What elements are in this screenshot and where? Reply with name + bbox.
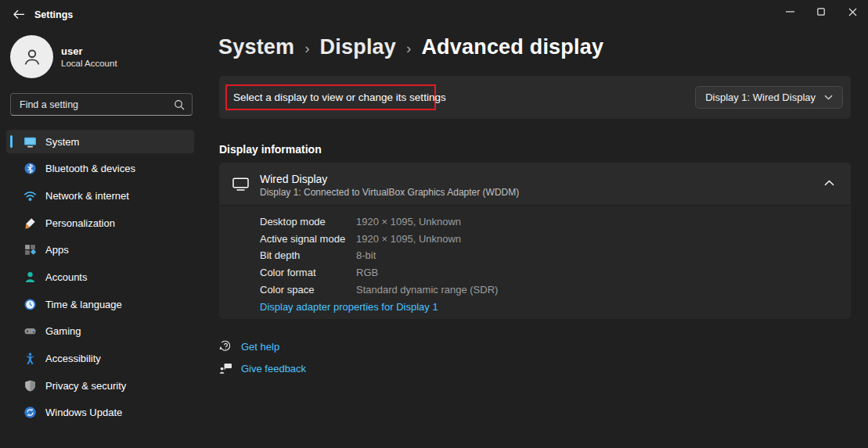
sidebar-item-label: Personalization xyxy=(45,217,115,229)
select-display-card: Select a display to view or change its s… xyxy=(219,76,851,119)
accounts-icon xyxy=(23,271,37,284)
minimize-button[interactable] xyxy=(774,0,805,23)
minimize-icon xyxy=(786,11,794,13)
bluetooth-icon xyxy=(23,162,37,175)
maximize-icon xyxy=(817,8,825,16)
display-adapter-properties-link[interactable]: Display adapter properties for Display 1 xyxy=(260,301,438,313)
accessibility-icon xyxy=(23,352,37,365)
red-annotation-box: Select a display to view or change its s… xyxy=(225,84,436,110)
chevron-down-icon xyxy=(824,95,833,100)
back-arrow-icon xyxy=(13,9,25,20)
sidebar-item-label: Time & language xyxy=(45,299,122,310)
sidebar-item-time-language[interactable]: Time & language xyxy=(6,292,194,316)
expander-header[interactable]: Wired Display Display 1: Connected to Vi… xyxy=(219,163,851,206)
sidebar-nav: System Bluetooth & devices Network & int… xyxy=(6,130,194,428)
info-value: Standard dynamic range (SDR) xyxy=(356,284,498,296)
breadcrumb-display[interactable]: Display xyxy=(320,35,396,59)
sidebar-item-label: Windows Update xyxy=(45,407,122,418)
close-button[interactable] xyxy=(837,0,868,23)
app-title: Settings xyxy=(34,9,73,20)
give-feedback-label: Give feedback xyxy=(241,363,306,375)
page-title: Advanced display xyxy=(421,35,603,59)
info-value: RGB xyxy=(356,267,378,278)
sidebar-item-label: Gaming xyxy=(45,325,81,337)
system-icon xyxy=(23,135,37,149)
breadcrumb-separator: › xyxy=(304,40,309,57)
info-label: Desktop mode xyxy=(260,216,356,228)
info-value: 8-bit xyxy=(356,249,376,261)
sidebar-item-label: Bluetooth & devices xyxy=(45,163,135,174)
info-row: Color format RGB xyxy=(260,264,851,281)
info-row: Bit depth 8-bit xyxy=(260,247,851,264)
help-icon xyxy=(219,340,232,353)
sidebar-item-accessibility[interactable]: Accessibility xyxy=(6,347,194,371)
info-label: Active signal mode xyxy=(260,233,356,245)
sidebar-item-label: Accessibility xyxy=(45,353,101,364)
get-help-label: Get help xyxy=(241,341,279,353)
monitor-icon xyxy=(232,177,249,192)
section-title-display-information: Display information xyxy=(219,143,322,156)
display-select-dropdown[interactable]: Display 1: Wired Display xyxy=(695,86,843,109)
sidebar-item-apps[interactable]: Apps xyxy=(6,238,194,262)
sidebar-item-bluetooth[interactable]: Bluetooth & devices xyxy=(6,157,194,181)
info-label: Color format xyxy=(260,267,356,278)
display-card-title: Wired Display xyxy=(260,173,327,185)
sidebar-item-network[interactable]: Network & internet xyxy=(6,184,194,207)
sidebar-item-system[interactable]: System xyxy=(6,130,194,153)
sidebar-item-label: Accounts xyxy=(45,271,87,283)
search-input[interactable] xyxy=(11,94,192,115)
feedback-icon xyxy=(219,362,232,375)
search-box xyxy=(10,93,193,116)
person-icon xyxy=(20,45,44,69)
info-label: Color space xyxy=(260,284,356,296)
window-controls xyxy=(774,0,868,23)
display-card-subtitle: Display 1: Connected to VirtualBox Graph… xyxy=(260,187,519,198)
avatar xyxy=(10,35,53,78)
sidebar-item-gaming[interactable]: Gaming xyxy=(6,320,194,343)
sidebar-item-privacy[interactable]: Privacy & security xyxy=(6,374,194,397)
user-name: user xyxy=(61,45,82,57)
sidebar-item-label: Privacy & security xyxy=(45,380,126,392)
search-icon xyxy=(174,99,185,110)
display-information-card: Wired Display Display 1: Connected to Vi… xyxy=(219,163,851,319)
maximize-button[interactable] xyxy=(805,0,837,23)
info-row: Active signal mode 1920 × 1095, Unknown xyxy=(260,231,851,248)
account-type: Local Account xyxy=(61,59,117,68)
time-language-icon xyxy=(23,298,37,311)
sidebar-item-label: Apps xyxy=(45,244,69,256)
breadcrumb-system[interactable]: System xyxy=(218,35,294,59)
get-help-link[interactable]: Get help xyxy=(219,340,279,353)
select-display-label: Select a display to view or change its s… xyxy=(227,91,446,103)
dropdown-selected-value: Display 1: Wired Display xyxy=(705,91,816,103)
back-button[interactable] xyxy=(8,5,30,23)
network-icon xyxy=(23,189,37,202)
windows-update-icon xyxy=(23,406,37,419)
close-icon xyxy=(848,8,857,16)
breadcrumb-separator: › xyxy=(406,40,411,57)
sidebar-item-accounts[interactable]: Accounts xyxy=(6,265,194,289)
sidebar-item-label: Network & internet xyxy=(45,190,129,202)
info-value: 1920 × 1095, Unknown xyxy=(356,233,461,245)
chevron-up-icon xyxy=(824,180,834,186)
sidebar-item-windows-update[interactable]: Windows Update xyxy=(6,401,194,425)
gaming-icon xyxy=(23,324,37,338)
personalization-icon xyxy=(23,217,37,230)
info-row: Color space Standard dynamic range (SDR) xyxy=(260,281,851,298)
sidebar-item-personalization[interactable]: Personalization xyxy=(6,211,194,235)
breadcrumb: System › Display › Advanced display xyxy=(218,35,603,59)
expander-body: Desktop mode 1920 × 1095, Unknown Active… xyxy=(219,206,851,314)
info-value: 1920 × 1095, Unknown xyxy=(356,216,461,228)
info-label: Bit depth xyxy=(260,249,356,261)
sidebar-item-label: System xyxy=(45,136,79,148)
apps-icon xyxy=(23,243,37,256)
privacy-icon xyxy=(23,379,37,392)
info-row: Desktop mode 1920 × 1095, Unknown xyxy=(260,213,851,231)
give-feedback-link[interactable]: Give feedback xyxy=(219,362,306,375)
